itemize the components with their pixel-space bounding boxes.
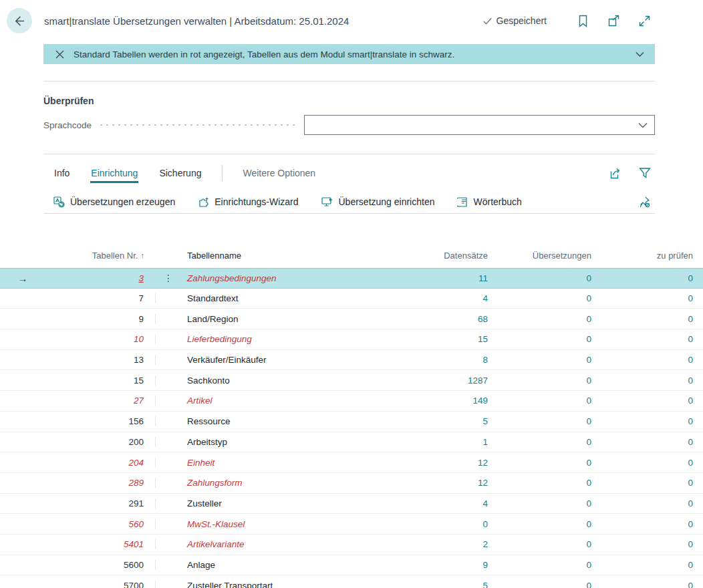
cell-datensaetze[interactable]: 15: [374, 334, 493, 344]
table-row[interactable]: 13 Verkäufer/Einkäufer 8 0 0: [0, 350, 703, 371]
chevron-down-icon[interactable]: [638, 122, 648, 128]
cell-uebersetzungen[interactable]: 0: [493, 581, 597, 588]
table-row[interactable]: 204 Einheit 12 0 0: [0, 452, 703, 473]
cell-table-nr[interactable]: 204: [45, 458, 156, 468]
table-row[interactable]: 156 Ressource 5 0 0: [0, 412, 703, 432]
table-row[interactable]: 5401 Artikelvariante 2 0 0: [0, 535, 703, 555]
generate-translations-button[interactable]: Übersetzungen erzeugen: [53, 196, 175, 208]
cell-table-nr[interactable]: 560: [45, 519, 156, 529]
dictionary-button[interactable]: Wörterbuch: [457, 196, 521, 208]
cell-zu-pruefen[interactable]: 0: [597, 334, 698, 344]
cell-datensaetze[interactable]: 4: [374, 498, 493, 508]
cell-uebersetzungen[interactable]: 0: [493, 396, 597, 406]
share-icon[interactable]: [609, 167, 623, 180]
tab-einrichtung[interactable]: Einrichtung: [90, 164, 138, 183]
table-row[interactable]: 5700 Zusteller Transportart 5 0 0: [0, 575, 703, 588]
setup-wizard-button[interactable]: Einrichtungs-Wizard: [198, 196, 298, 208]
cell-datensaetze[interactable]: 9: [374, 560, 493, 570]
table-row[interactable]: 560 MwSt.-Klausel 0 0 0: [0, 514, 703, 535]
cell-datensaetze[interactable]: 4: [374, 293, 493, 303]
chevron-down-icon[interactable]: [636, 51, 644, 57]
cell-datensaetze[interactable]: 5: [374, 416, 493, 426]
cell-datensaetze[interactable]: 8: [374, 355, 493, 365]
tab-sicherung[interactable]: Sicherung: [158, 164, 202, 183]
cell-uebersetzungen[interactable]: 0: [493, 293, 597, 303]
cell-uebersetzungen[interactable]: 0: [493, 539, 597, 549]
cell-datensaetze[interactable]: 149: [374, 396, 493, 406]
cell-table-nr[interactable]: 291: [45, 498, 156, 508]
cell-uebersetzungen[interactable]: 0: [493, 498, 597, 508]
cell-zu-pruefen[interactable]: 0: [597, 273, 698, 283]
unpin-icon[interactable]: [638, 196, 651, 208]
cell-zu-pruefen[interactable]: 0: [597, 539, 698, 549]
cell-uebersetzungen[interactable]: 0: [493, 560, 597, 570]
cell-datensaetze[interactable]: 12: [374, 458, 493, 468]
cell-table-nr[interactable]: 3: [45, 273, 156, 283]
cell-table-nr[interactable]: 5600: [45, 560, 156, 570]
cell-datensaetze[interactable]: 5: [374, 581, 493, 588]
expand-button[interactable]: [638, 14, 651, 27]
cell-zu-pruefen[interactable]: 0: [597, 498, 698, 508]
table-row[interactable]: 200 Arbeitstyp 1 0 0: [0, 432, 703, 453]
cell-uebersetzungen[interactable]: 0: [493, 355, 597, 365]
cell-zu-pruefen[interactable]: 0: [597, 581, 698, 588]
cell-zu-pruefen[interactable]: 0: [597, 437, 698, 447]
language-code-input[interactable]: [305, 116, 638, 134]
cell-zu-pruefen[interactable]: 0: [597, 519, 698, 529]
cell-table-nr[interactable]: 13: [45, 355, 156, 365]
column-header-zu-pruefen[interactable]: zu prüfen: [597, 251, 698, 261]
cell-uebersetzungen[interactable]: 0: [493, 519, 597, 529]
cell-zu-pruefen[interactable]: 0: [597, 376, 698, 386]
table-row[interactable]: 291 Zusteller 4 0 0: [0, 494, 703, 514]
back-button[interactable]: [7, 8, 32, 33]
cell-datensaetze[interactable]: 68: [374, 314, 493, 324]
setup-translation-button[interactable]: Übersetzung einrichten: [321, 196, 435, 207]
cell-table-nr[interactable]: 5401: [45, 539, 156, 549]
more-options-menu[interactable]: Weitere Optionen: [243, 168, 315, 178]
cell-table-nr[interactable]: 27: [45, 396, 156, 406]
table-row[interactable]: 15 Sachkonto 1287 0 0: [0, 370, 703, 391]
column-header-datensaetze[interactable]: Datensätze: [374, 251, 493, 261]
cell-zu-pruefen[interactable]: 0: [597, 293, 698, 303]
column-header-uebersetzungen[interactable]: Übersetzungen: [493, 251, 597, 261]
cell-table-nr[interactable]: 10: [45, 334, 156, 344]
column-header-tabellenname[interactable]: Tabellenname: [182, 251, 374, 261]
cell-uebersetzungen[interactable]: 0: [493, 334, 597, 344]
cell-uebersetzungen[interactable]: 0: [493, 273, 597, 283]
cell-uebersetzungen[interactable]: 0: [493, 376, 597, 386]
cell-datensaetze[interactable]: 11: [374, 273, 493, 283]
language-code-combobox[interactable]: [304, 115, 655, 135]
cell-table-nr[interactable]: 7: [45, 293, 156, 303]
cell-zu-pruefen[interactable]: 0: [597, 416, 698, 426]
column-header-tabellen-nr[interactable]: Tabellen Nr. ↑: [45, 251, 156, 261]
table-row[interactable]: 10 Lieferbedingung 15 0 0: [0, 329, 703, 350]
cell-datensaetze[interactable]: 1: [374, 437, 493, 447]
cell-table-nr[interactable]: 200: [45, 437, 156, 447]
table-row[interactable]: 27 Artikel 149 0 0: [0, 391, 703, 412]
cell-table-nr[interactable]: 156: [45, 416, 156, 426]
cell-uebersetzungen[interactable]: 0: [493, 458, 597, 468]
cell-table-nr[interactable]: 9: [45, 314, 156, 324]
cell-datensaetze[interactable]: 2: [374, 539, 493, 549]
cell-uebersetzungen[interactable]: 0: [493, 416, 597, 426]
cell-uebersetzungen[interactable]: 0: [493, 478, 597, 488]
bookmark-button[interactable]: [576, 14, 589, 27]
cell-table-nr[interactable]: 5700: [45, 581, 156, 588]
table-row[interactable]: 7 Standardtext 4 0 0: [0, 289, 703, 309]
cell-datensaetze[interactable]: 1287: [374, 376, 493, 386]
cell-zu-pruefen[interactable]: 0: [597, 314, 698, 324]
cell-zu-pruefen[interactable]: 0: [597, 478, 698, 488]
row-options-ellipsis-icon[interactable]: ⋮: [156, 273, 182, 283]
table-row[interactable]: 289 Zahlungsform 12 0 0: [0, 473, 703, 494]
cell-zu-pruefen[interactable]: 0: [597, 355, 698, 365]
cell-zu-pruefen[interactable]: 0: [597, 560, 698, 570]
table-row[interactable]: → 3 ⋮ Zahlungsbedingungen 11 0 0: [0, 268, 703, 289]
open-in-new-window-button[interactable]: [607, 14, 620, 27]
cell-datensaetze[interactable]: 12: [374, 478, 493, 488]
tab-info[interactable]: Info: [53, 164, 70, 183]
cell-table-nr[interactable]: 15: [45, 376, 156, 386]
cell-uebersetzungen[interactable]: 0: [493, 314, 597, 324]
table-row[interactable]: 5600 Anlage 9 0 0: [0, 555, 703, 576]
cell-table-nr[interactable]: 289: [45, 478, 156, 488]
cell-zu-pruefen[interactable]: 0: [597, 458, 698, 468]
